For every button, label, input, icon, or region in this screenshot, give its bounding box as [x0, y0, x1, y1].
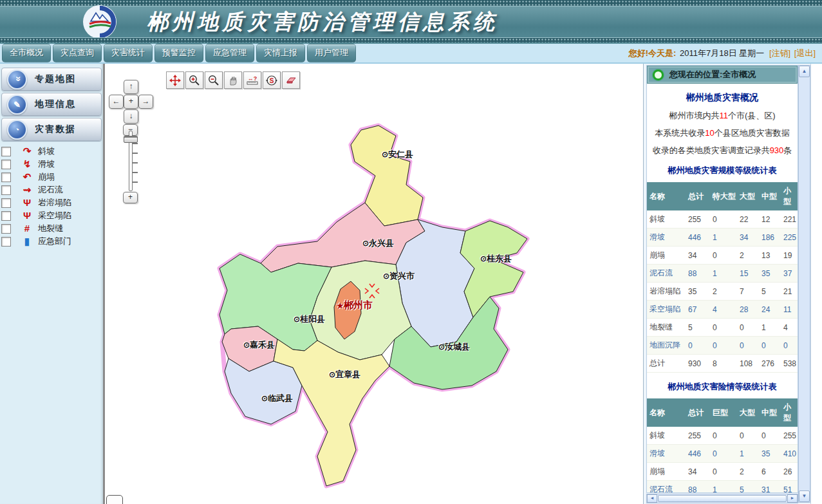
exit-link[interactable]: [退出] [794, 48, 816, 58]
measure-distance-button[interactable]: ↔? [243, 71, 261, 89]
tab-city-overview[interactable]: 全市概况 [2, 44, 51, 62]
pan-arrows-icon [169, 75, 181, 86]
overview-line: 郴州市境内共11个市(县、区) [647, 110, 798, 122]
pan-right-button[interactable]: → [138, 95, 153, 109]
table-header-row: 名称总计巨型大型中型小型 [647, 398, 798, 427]
vertical-scrollbar[interactable]: ▲ ▼ [798, 65, 810, 503]
layer-checkbox[interactable] [1, 237, 11, 247]
table-row: 滑坡446134186225 [647, 229, 798, 247]
layer-checkbox[interactable] [1, 198, 11, 208]
mined-out-collapse-icon: Ψ [20, 210, 34, 221]
table-row: 地裂缝50014 [647, 319, 798, 337]
column-header: 巨型 [710, 398, 737, 427]
pan-center-button[interactable]: + [124, 95, 138, 109]
column-header: 名称 [647, 398, 686, 427]
zoom-in-slider-button[interactable]: + [123, 192, 138, 203]
table-row: 岩溶塌陷3527521 [647, 283, 798, 301]
layer-mined-out-collapse: Ψ 采空塌陷 [1, 209, 103, 222]
left-sidebar: « 专题地图 ✎ 地理信息 ◔ 灾害数据 ↷ 斜坡 ↯ [0, 64, 105, 504]
zoom-out-button[interactable] [205, 71, 223, 89]
tab-disaster-point-query[interactable]: 灾点查询 [53, 44, 102, 62]
map-label-yongxing: ⊙永兴县 [362, 238, 394, 249]
tab-disaster-report[interactable]: 灾情上报 [256, 44, 305, 62]
slope-icon: ↷ [20, 145, 34, 157]
double-chevron-down-icon: « [7, 70, 27, 89]
column-header: 总计 [686, 398, 710, 427]
layer-checkbox[interactable] [1, 211, 11, 221]
application-window: 郴州地质灾害防治管理信息系统 全市概况 灾点查询 灾害统计 预警监控 应急管理 … [0, 0, 822, 504]
overview-map-toggle-button[interactable] [106, 495, 123, 504]
location-status-icon [653, 70, 664, 80]
map-label-guidong: ⊙桂东县 [480, 253, 512, 265]
pan-down-button[interactable]: ↓ [124, 109, 138, 124]
layer-checkbox[interactable] [1, 147, 11, 156]
zoom-out-icon [208, 75, 220, 86]
column-header: 小型 [781, 398, 798, 427]
horizontal-scrollbar[interactable]: ◄ ► [646, 494, 798, 503]
user-status-line: 您好!今天是: 2011年7月18日 星期一 [注销] [退出] [629, 48, 816, 59]
layer-checkbox[interactable] [1, 160, 11, 169]
horizontal-scroll-thumb[interactable] [658, 495, 787, 502]
column-header: 大型 [737, 182, 759, 210]
table-row: 总计9308108276538 [647, 355, 798, 373]
map-toolbar: ↔? S [166, 71, 300, 89]
pan-tool-button[interactable] [166, 71, 184, 89]
table-row: 斜坡25502212221 [647, 210, 798, 229]
current-date: 2011年7月18日 星期一 [680, 48, 764, 58]
tab-user-management[interactable]: 用户管理 [307, 44, 356, 62]
sidebar-section-thematic-map[interactable]: « 专题地图 [1, 68, 102, 91]
page-title: 郴州地质灾害防治管理信息系统 [147, 8, 498, 37]
map-label-yizhang: ⊙宜章县 [329, 369, 360, 380]
table-row: 滑坡4460135410 [647, 445, 798, 463]
scale-button[interactable]: S [263, 71, 281, 89]
tab-emergency-management[interactable]: 应急管理 [205, 44, 254, 62]
zoom-slider-handle[interactable] [124, 136, 138, 143]
table-row: 泥石流881153537 [647, 265, 798, 283]
layer-checkbox[interactable] [1, 185, 11, 195]
region-linwu[interactable] [225, 359, 302, 424]
pan-up-button[interactable]: ↑ [124, 80, 138, 94]
scroll-left-button[interactable]: ◄ [647, 494, 657, 503]
layer-landslide: ↯ 滑坡 [1, 158, 103, 171]
layer-emergency-dept: ▮ 应急部门 [1, 235, 103, 248]
sidebar-section-disaster-data[interactable]: ◔ 灾害数据 [1, 118, 102, 141]
layer-collapse: ↶ 崩塌 [1, 171, 103, 183]
scroll-down-button[interactable]: ▼ [799, 490, 810, 502]
right-panel: 您现在的位置:全市概况 郴州地质灾害概况 郴州市境内共11个市(县、区) 本系统… [643, 64, 822, 504]
location-bar: 您现在的位置:全市概况 [648, 66, 797, 83]
sidebar-section-geographic-info[interactable]: ✎ 地理信息 [1, 93, 102, 116]
scroll-up-button[interactable]: ▲ [799, 66, 810, 77]
tab-disaster-statistics[interactable]: 灾害统计 [104, 44, 153, 62]
pan-left-button[interactable]: ← [109, 95, 124, 109]
map-label-chenzhou-city: ★郴州市 [337, 299, 373, 312]
logout-link[interactable]: [注销] [769, 48, 790, 58]
danger-grade-table: 名称总计巨型大型中型小型 斜坡255000255滑坡4460135410崩塌34… [647, 398, 798, 493]
danger-grade-table-title: 郴州地质灾害险情等级统计表 [647, 381, 798, 393]
column-header: 中型 [759, 182, 781, 210]
column-header: 中型 [759, 398, 781, 427]
eraser-icon [285, 75, 297, 86]
zoom-in-button[interactable] [185, 71, 203, 89]
table-header-row: 名称总计特大型大型中型小型 [647, 182, 798, 210]
hand-pan-button[interactable] [224, 71, 242, 89]
globe-chart-icon: ◔ [7, 120, 27, 140]
tab-warning-monitor[interactable]: 预警监控 [154, 44, 203, 62]
eraser-button[interactable] [282, 71, 300, 89]
column-header: 名称 [647, 182, 686, 210]
nav-tabs: 全市概况 灾点查询 灾害统计 预警监控 应急管理 灾情上报 用户管理 [2, 44, 356, 62]
layer-slope: ↷ 斜坡 [1, 145, 103, 158]
layer-checkbox[interactable] [1, 173, 11, 182]
scroll-right-button[interactable]: ► [787, 494, 798, 503]
table-row: 地面沉降00000 [647, 337, 798, 355]
location-text: 您现在的位置:全市概况 [669, 69, 756, 80]
table-row: 崩塌3402626 [647, 463, 798, 481]
table-row: 斜坡255000255 [647, 427, 798, 445]
collapse-icon: ↶ [20, 171, 34, 183]
layer-list: ↷ 斜坡 ↯ 滑坡 ↶ 崩塌 ⇝ 泥石流 [0, 145, 103, 248]
column-header: 总计 [686, 182, 710, 210]
karst-collapse-icon: Ψ [20, 197, 34, 209]
table-row: 采空塌陷674282411 [647, 301, 798, 319]
map-label-guiyang: ⊙桂阳县 [294, 313, 325, 325]
map-viewport[interactable]: ⊙安仁县 ⊙永兴县 ⊙资兴市 ⊙桂东县 ★郴州市 ⊙桂阳县 ⊙嘉禾县 ⊙临武县 … [105, 64, 643, 504]
layer-checkbox[interactable] [1, 224, 11, 234]
